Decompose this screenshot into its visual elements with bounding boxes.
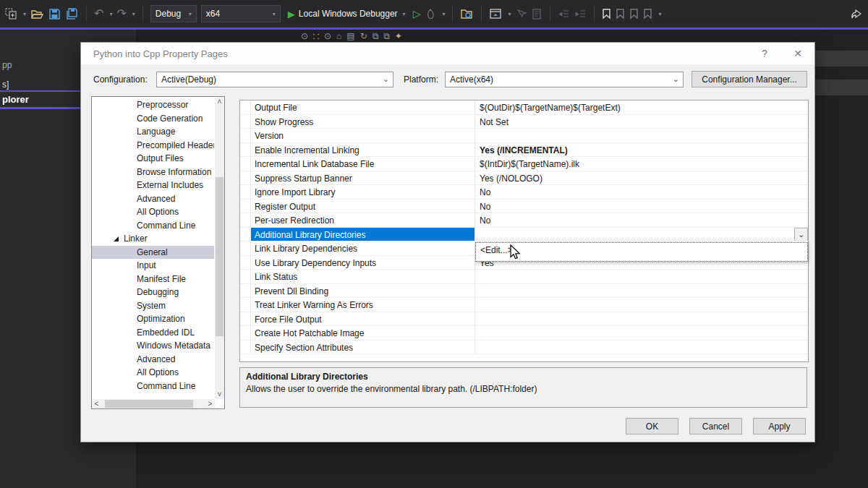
new-project-chevron-icon[interactable]: ▾: [23, 11, 26, 17]
start-debugging-button[interactable]: ▶ Local Windows Debugger ▾: [285, 9, 409, 20]
live-share-icon[interactable]: [849, 4, 864, 23]
property-row-show-progress[interactable]: Show ProgressNot Set: [240, 115, 808, 129]
tree-item-browse-information[interactable]: Browse Information: [92, 166, 214, 179]
ok-button[interactable]: OK: [626, 418, 678, 435]
property-value[interactable]: Not Set: [475, 115, 808, 129]
property-value[interactable]: [475, 298, 808, 312]
tree-item-advanced[interactable]: Advanced: [92, 192, 214, 206]
scrollbar-thumb[interactable]: [105, 400, 193, 408]
property-value[interactable]: No: [475, 185, 808, 200]
save-icon[interactable]: [48, 4, 61, 23]
help-button[interactable]: ?: [755, 45, 774, 62]
property-row-treat-linker-warning-as-errors[interactable]: Treat Linker Warning As Errors: [240, 298, 808, 312]
scroll-down-icon[interactable]: ˅: [215, 390, 224, 399]
solution-platform-dropdown[interactable]: x64 ▾: [201, 5, 281, 22]
tree-vertical-scrollbar[interactable]: ˄ ˅: [215, 97, 224, 399]
platform-dropdown[interactable]: Active(x64) ⌄: [445, 72, 684, 87]
tree-item-manifest-file[interactable]: Manifest File: [92, 273, 214, 286]
property-row-output-file[interactable]: Output File$(OutDir)$(TargetName)$(Targe…: [240, 100, 808, 115]
explorer-tab-fragment[interactable]: plorer: [2, 94, 29, 105]
close-button[interactable]: ✕: [788, 45, 807, 62]
property-row-enable-incremental-linking[interactable]: Enable Incremental LinkingYes (/INCREMEN…: [240, 143, 808, 158]
property-value[interactable]: $(OutDir)$(TargetName)$(TargetExt): [475, 100, 808, 115]
configuration-manager-button[interactable]: Configuration Manager...: [692, 71, 807, 87]
undo-icon[interactable]: ↶: [94, 4, 103, 23]
tree-item-system[interactable]: System: [92, 299, 214, 313]
combo-dropdown-button[interactable]: ⌄: [794, 228, 808, 241]
property-value[interactable]: ⌄: [475, 228, 808, 242]
apply-button[interactable]: Apply: [753, 418, 806, 435]
tree-item-language[interactable]: Language: [92, 125, 214, 139]
profiler-chevron-icon[interactable]: ▾: [442, 11, 445, 17]
property-row-register-output[interactable]: Register OutputNo: [240, 200, 808, 214]
toggle-bookmark-icon[interactable]: [602, 4, 611, 23]
platform-value: Active(x64): [450, 74, 493, 85]
property-value[interactable]: [475, 326, 808, 341]
tree-item-external-includes[interactable]: External Includes: [92, 179, 214, 192]
tree-item-output-files[interactable]: Output Files: [92, 152, 214, 166]
property-value[interactable]: [475, 312, 808, 327]
tree-item-advanced[interactable]: Advanced: [92, 353, 214, 367]
scrollbar-thumb[interactable]: [216, 177, 224, 336]
property-value[interactable]: [475, 284, 808, 299]
redo-chevron-icon[interactable]: ▾: [132, 11, 135, 17]
property-value[interactable]: No: [475, 213, 808, 228]
new-project-icon[interactable]: [4, 4, 17, 23]
solution-configuration-dropdown[interactable]: Debug ▾: [150, 5, 197, 22]
tree-item-all-options[interactable]: All Options: [92, 366, 214, 380]
property-row-create-hot-patchable-image[interactable]: Create Hot Patchable Image: [240, 326, 808, 341]
tree-item-debugging[interactable]: Debugging: [92, 286, 214, 299]
expanded-arrow-icon[interactable]: [113, 236, 124, 242]
tree-item-preprocessor[interactable]: Preprocessor: [92, 98, 214, 112]
property-row-incremental-link-database-file[interactable]: Incremental Link Database File$(IntDir)$…: [240, 157, 808, 171]
tree-item-label: External Includes: [137, 180, 203, 190]
tree-item-command-line[interactable]: Command Line: [92, 219, 214, 233]
start-without-debugging-icon[interactable]: ▷: [413, 4, 421, 23]
find-in-files-icon[interactable]: [460, 4, 474, 23]
undo-chevron-icon[interactable]: ▾: [109, 11, 112, 17]
open-folder-icon[interactable]: [30, 4, 44, 23]
property-row-force-file-output[interactable]: Force File Output: [240, 312, 808, 327]
save-all-icon[interactable]: [65, 4, 79, 23]
property-row-ignore-import-library[interactable]: Ignore Import LibraryNo: [240, 185, 808, 200]
configuration-dropdown[interactable]: Active(Debug) ⌄: [156, 72, 393, 87]
row-gutter: [240, 143, 251, 158]
tree-item-optimization[interactable]: Optimization: [92, 312, 214, 326]
scroll-right-icon[interactable]: ˃: [205, 399, 215, 408]
tree-item-code-generation[interactable]: Code Generation: [92, 112, 214, 126]
property-value[interactable]: Yes (/INCREMENTAL): [475, 143, 808, 158]
tree-item-precompiled-header[interactable]: Precompiled Header: [92, 139, 214, 153]
tree-item-windows-metadata[interactable]: Windows Metadata: [92, 339, 214, 353]
tree-item-general[interactable]: General: [92, 246, 214, 260]
scroll-left-icon[interactable]: ˂: [92, 399, 101, 408]
property-value[interactable]: [475, 341, 808, 355]
property-value[interactable]: No: [475, 200, 808, 214]
redo-icon[interactable]: ↷: [116, 4, 126, 23]
property-row-per-user-redirection[interactable]: Per-user RedirectionNo: [240, 213, 808, 228]
cancel-button[interactable]: Cancel: [689, 418, 742, 435]
property-value[interactable]: Yes (/NOLOGO): [475, 171, 808, 186]
tree-horizontal-scrollbar[interactable]: ˂ ˃: [92, 399, 215, 408]
property-value[interactable]: $(IntDir)$(TargetName).ilk: [475, 157, 808, 171]
solution-explorer-icon[interactable]: [489, 4, 502, 23]
property-value[interactable]: [475, 270, 808, 284]
tree-item-command-line[interactable]: Command Line: [92, 380, 214, 393]
property-row-additional-library-directories[interactable]: Additional Library Directories⌄: [240, 228, 808, 242]
property-row-link-status[interactable]: Link Status: [240, 270, 808, 284]
dialog-titlebar[interactable]: Python into Cpp Property Pages ? ✕: [81, 43, 814, 64]
tree-item-linker[interactable]: Linker: [92, 232, 214, 246]
property-row-prevent-dll-binding[interactable]: Prevent Dll Binding: [240, 284, 808, 299]
bookmarks-overflow-icon[interactable]: ▾: [658, 11, 661, 17]
property-row-suppress-startup-banner[interactable]: Suppress Startup BannerYes (/NOLOGO): [240, 171, 808, 186]
scroll-up-icon[interactable]: ˄: [215, 97, 224, 106]
property-row-specify-section-attributes[interactable]: Specify Section Attributes: [240, 341, 808, 355]
edit-menu-item[interactable]: <Edit...>: [480, 245, 513, 255]
tree-item-all-options[interactable]: All Options: [92, 205, 214, 219]
toolbar-overflow-icon[interactable]: ▾: [508, 11, 511, 17]
property-row-version[interactable]: Version: [240, 129, 808, 143]
tree-item-label: Browse Information: [137, 167, 211, 177]
property-value[interactable]: [475, 129, 808, 143]
tree-item-embedded-idl[interactable]: Embedded IDL: [92, 326, 214, 340]
tree-item-input[interactable]: Input: [92, 259, 214, 273]
profiler-icon[interactable]: [425, 4, 436, 23]
